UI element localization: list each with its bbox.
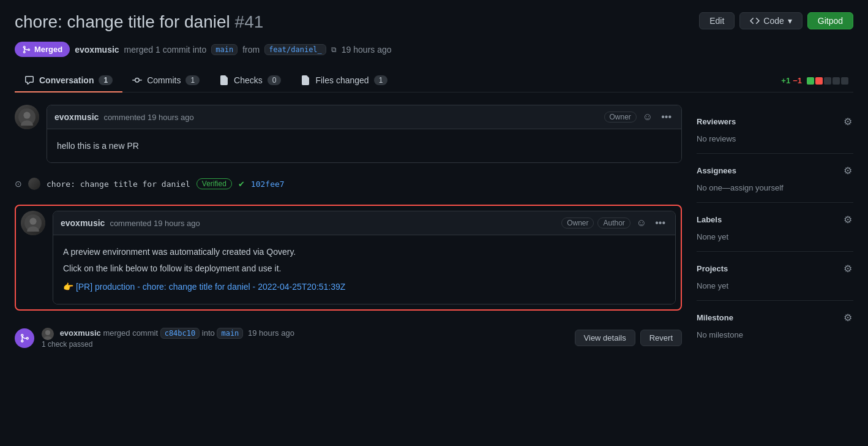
merge-icon	[22, 45, 31, 54]
comment-body-1: hello this is a new PR	[47, 129, 681, 162]
milestone-gear-button[interactable]: ⚙	[842, 311, 853, 325]
labels-gear-button[interactable]: ⚙	[842, 213, 853, 227]
code-button[interactable]: Code ▾	[739, 12, 802, 29]
tab-commits[interactable]: Commits 1	[122, 69, 209, 93]
gitpod-button[interactable]: Gitpod	[807, 12, 853, 29]
checkmark-icon: ✔	[238, 180, 245, 189]
assignees-gear-button[interactable]: ⚙	[842, 164, 853, 178]
sidebar-assignees-header: Assignees ⚙	[697, 164, 853, 178]
comment-body-2: A preview environment was automatically …	[53, 235, 675, 303]
merge-user-icon	[42, 328, 54, 340]
commit-hash[interactable]: 102fee7	[251, 180, 285, 189]
copy-icon[interactable]: ⧉	[331, 45, 337, 54]
sidebar-milestone-header: Milestone ⚙	[697, 311, 853, 325]
preview-link[interactable]: 👉 [PR] production - chore: change title …	[63, 282, 345, 292]
owner-badge-1: Owner	[604, 112, 637, 123]
comment-line-1: A preview environment was automatically …	[63, 245, 665, 259]
emoji-button-2[interactable]: ☺	[634, 216, 649, 230]
view-details-button[interactable]: View details	[575, 330, 635, 346]
merge-avatar-img	[42, 328, 54, 340]
diff-block-5	[841, 77, 848, 85]
tab-conversation-label: Conversation	[39, 75, 94, 85]
verified-badge: Verified	[196, 178, 232, 189]
sidebar-column: Reviewers ⚙ No reviews Assignees ⚙ No on…	[697, 105, 853, 356]
reviewers-gear-button[interactable]: ⚙	[842, 115, 853, 129]
tab-conversation-count: 1	[99, 75, 113, 85]
more-button-1[interactable]: •••	[659, 110, 674, 124]
author-badge-2: Author	[597, 217, 630, 229]
comment-header-1: evoxmusic commented 19 hours ago Owner ☺…	[47, 105, 681, 129]
meta-action: merged 1 commit into	[124, 45, 207, 55]
pr-meta: Merged evoxmusic merged 1 commit into ma…	[15, 42, 853, 57]
diff-stat: +1 −1	[781, 76, 853, 85]
checks-icon	[219, 75, 229, 85]
more-button-2[interactable]: •••	[653, 216, 668, 230]
merge-status-text: Merged	[34, 45, 62, 54]
tab-checks-count: 0	[268, 75, 282, 85]
pr-title: chore: change title for daniel #41	[15, 12, 263, 32]
projects-title: Projects	[697, 264, 728, 273]
comment-box-1: evoxmusic commented 19 hours ago Owner ☺…	[47, 105, 682, 163]
meta-time: 19 hours ago	[342, 45, 392, 55]
comment-wrapper-2: evoxmusic commented 19 hours ago Owner A…	[15, 205, 682, 310]
sidebar-reviewers: Reviewers ⚙ No reviews	[697, 105, 853, 154]
merge-event-icon	[15, 328, 34, 348]
commit-message: chore: change title for daniel	[47, 180, 190, 189]
projects-gear-button[interactable]: ⚙	[842, 262, 853, 276]
merge-content: evoxmusic merged commit c84bc10 into mai…	[42, 328, 567, 349]
head-branch[interactable]: feat/daniel_	[264, 44, 326, 55]
comment-badges-2: Owner Author ☺ •••	[561, 216, 668, 230]
merge-commit-hash[interactable]: c84bc10	[160, 328, 200, 339]
conversation-icon	[24, 75, 34, 85]
merge-author: evoxmusic	[60, 328, 101, 338]
chevron-down-icon: ▾	[788, 16, 792, 26]
tab-files-label: Files changed	[315, 75, 369, 85]
commit-line: ⊙ chore: change title for daniel Verifie…	[15, 173, 682, 195]
emoji-button-1[interactable]: ☺	[640, 110, 655, 124]
sidebar-reviewers-header: Reviewers ⚙	[697, 115, 853, 129]
user-avatar-icon-2	[24, 214, 42, 232]
diff-block-1	[807, 77, 814, 85]
merged-badge: Merged	[15, 42, 70, 57]
reviewers-value: No reviews	[697, 134, 736, 143]
revert-button[interactable]: Revert	[640, 330, 682, 346]
meta-from: from	[242, 45, 260, 55]
comment-time-1: commented 19 hours ago	[103, 113, 193, 122]
commit-mini-avatar	[28, 178, 40, 190]
avatar-img-1	[15, 105, 39, 129]
comment-box-2: evoxmusic commented 19 hours ago Owner A…	[53, 211, 676, 304]
labels-value: None yet	[697, 232, 728, 241]
sidebar-labels: Labels ⚙ None yet	[697, 203, 853, 252]
sidebar-projects-header: Projects ⚙	[697, 262, 853, 276]
comment-link-line: 👉 [PR] production - chore: change title …	[63, 280, 665, 293]
tab-conversation[interactable]: Conversation 1	[15, 69, 122, 93]
main-layout: evoxmusic commented 19 hours ago Owner ☺…	[15, 105, 853, 356]
merge-into: into	[202, 328, 217, 338]
milestone-value: No milestone	[697, 330, 743, 339]
commits-icon	[132, 75, 142, 85]
comment-header-2: evoxmusic commented 19 hours ago Owner A…	[53, 211, 675, 235]
comment-line-2: Click on the link below to follow its de…	[63, 262, 665, 275]
diff-blocks	[807, 77, 848, 85]
avatar-img-2	[21, 211, 45, 235]
files-icon	[301, 75, 310, 85]
meta-author: evoxmusic	[75, 45, 119, 55]
code-label: Code	[763, 16, 784, 26]
comment-author-1: evoxmusic	[54, 112, 99, 122]
tab-checks[interactable]: Checks 0	[209, 69, 291, 93]
merge-branch[interactable]: main	[217, 328, 243, 339]
projects-value: None yet	[697, 281, 728, 290]
edit-button[interactable]: Edit	[699, 12, 735, 29]
tab-commits-count: 1	[185, 75, 200, 85]
base-branch[interactable]: main	[211, 44, 238, 55]
tab-files[interactable]: Files changed 1	[291, 69, 397, 93]
pr-number: #41	[235, 12, 264, 31]
comment-author-2: evoxmusic	[61, 218, 105, 228]
sidebar-assignees: Assignees ⚙ No one—assign yourself	[697, 154, 853, 203]
check-passed: 1 check passed	[42, 340, 567, 349]
comment-wrapper-1: evoxmusic commented 19 hours ago Owner ☺…	[15, 105, 682, 163]
merge-time: 19 hours ago	[248, 328, 294, 338]
merge-avatar	[42, 328, 54, 340]
owner-badge-2: Owner	[561, 217, 594, 229]
code-icon	[750, 16, 760, 26]
